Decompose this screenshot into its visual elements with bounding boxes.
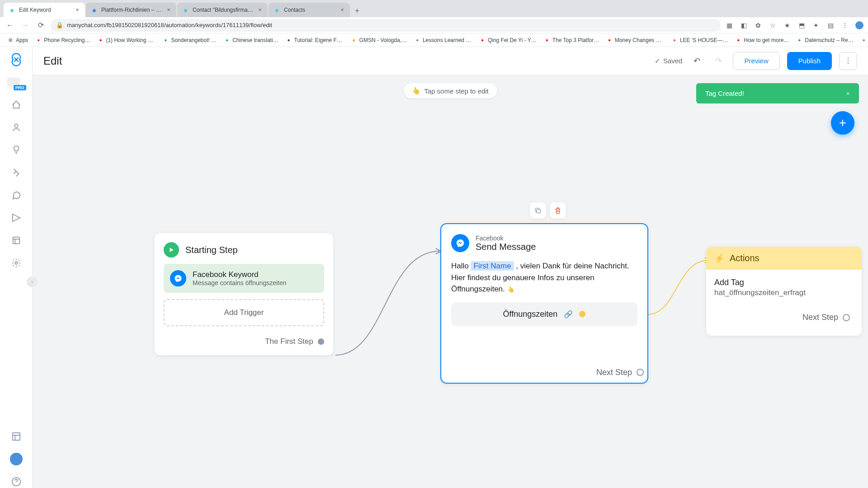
publish-button[interactable]: Publish: [787, 52, 832, 70]
app-logo[interactable]: [8, 52, 24, 68]
reload-button[interactable]: ⟳: [35, 20, 46, 31]
back-button[interactable]: ←: [5, 20, 15, 31]
tab-close-icon[interactable]: ×: [74, 7, 80, 13]
actions-card[interactable]: ⚡ Actions Add Tag hat_öffnungszeiten_erf…: [706, 247, 862, 336]
tab-close-icon[interactable]: ×: [339, 7, 345, 13]
cursor-icon: 👆: [507, 285, 514, 294]
bookmark-item[interactable]: ●Chinese translati…: [221, 35, 281, 46]
first-step-connector[interactable]: The First Step: [164, 337, 324, 346]
profile-avatar-icon[interactable]: [855, 21, 863, 29]
bookmark-item[interactable]: ●(1) How Working a…: [94, 35, 158, 46]
lock-icon: 🔒: [56, 22, 63, 28]
bookmark-label: LEE 'S HOUSE—…: [680, 37, 728, 43]
bookmark-icon: ●: [351, 37, 357, 43]
card-header: ⚡ Actions: [706, 247, 862, 270]
browser-tab[interactable]: ◉ Plattform-Richtlinien – Übersi… ×: [86, 3, 176, 17]
bookmark-item[interactable]: ●Qing Fei De Yi - Y…: [476, 35, 539, 46]
browser-tab[interactable]: ◉ Contact "Bildungsfirma" throu… ×: [177, 3, 268, 17]
ext-icon[interactable]: ⋮: [841, 21, 849, 29]
bookmark-icon: ●: [35, 37, 42, 43]
main-area: Edit ✓ Saved ↶ ↷ Preview Publish ⋮ 👆 Tap…: [33, 47, 868, 488]
bookmark-item[interactable]: ●Sonderangebot! …: [160, 35, 219, 46]
variable-pill-first-name[interactable]: First Name: [471, 261, 514, 271]
connector-dot[interactable]: [579, 311, 585, 317]
workspace-switcher[interactable]: PRO: [7, 78, 25, 89]
home-icon[interactable]: [10, 99, 23, 111]
broadcast-icon[interactable]: [10, 211, 23, 224]
flow-canvas[interactable]: 👆 Tap some step to edit Tag Created! × +…: [33, 75, 868, 488]
extensions: ▦ ◧ ✿ ☆ ★ ⬒ ✦ ▤ ⋮: [725, 21, 863, 29]
duplicate-button[interactable]: [530, 202, 546, 219]
ext-icon[interactable]: ▦: [725, 21, 733, 29]
app-root: PRO › Edit ✓ Saved ↶ ↷ Preview Publish ⋮: [0, 47, 868, 488]
next-step-connector[interactable]: Next Step: [714, 313, 854, 328]
templates-icon[interactable]: [10, 234, 23, 247]
bookmark-item[interactable]: ●Phone Recycling…: [33, 35, 93, 46]
url-input[interactable]: 🔒 manychat.com/fb198150208192061­8/autom…: [51, 19, 721, 32]
next-step-connector[interactable]: Next Step: [441, 368, 647, 383]
bookmark-item[interactable]: ●Student Wants an…: [858, 35, 868, 46]
ext-puzzle-icon[interactable]: ✦: [812, 21, 820, 29]
bookmark-icon: ●: [861, 37, 867, 43]
growth-tools-icon[interactable]: [10, 144, 23, 156]
bookmark-label: (1) How Working a…: [106, 37, 155, 43]
apps-button[interactable]: ⊞Apps: [5, 35, 31, 46]
ext-icon[interactable]: ★: [783, 21, 791, 29]
ext-icon[interactable]: ✿: [754, 21, 762, 29]
tab-close-icon[interactable]: ×: [257, 7, 263, 13]
svg-point-0: [14, 124, 18, 127]
bookmark-item[interactable]: ●The Top 3 Platfor…: [541, 35, 602, 46]
bookmark-icon: ●: [671, 37, 678, 43]
tab-close-icon[interactable]: ×: [165, 7, 172, 13]
check-icon: ✓: [655, 57, 660, 65]
next-step-label: Next Step: [596, 368, 632, 377]
starting-step-card[interactable]: Starting Step Facebook Keyword Message c…: [155, 233, 333, 355]
bookmark-item[interactable]: ●Datenschutz – Re…: [793, 35, 856, 46]
help-icon[interactable]: [10, 475, 23, 488]
bookmark-icon: ●: [606, 37, 613, 43]
bookmark-item[interactable]: ●GMSN - Vologda,…: [348, 35, 410, 46]
add-step-fab[interactable]: +: [831, 111, 854, 135]
redo-button[interactable]: ↷: [711, 54, 726, 68]
ext-icon[interactable]: ⬒: [797, 21, 806, 29]
toast-close-icon[interactable]: ×: [846, 89, 850, 97]
add-trigger-button[interactable]: Add Trigger: [164, 299, 324, 326]
browser-tab-active[interactable]: ◉ Edit Keyword ×: [4, 3, 85, 17]
browser-tab[interactable]: ◉ Contacts ×: [269, 3, 350, 17]
contacts-icon[interactable]: [10, 121, 23, 134]
undo-button[interactable]: ↶: [689, 54, 704, 68]
bookmark-icon: ●: [414, 37, 420, 43]
forward-button[interactable]: →: [20, 20, 31, 31]
url-text: manychat.com/fb198150208192061­8/automat…: [67, 22, 272, 28]
bookmark-item[interactable]: ●LEE 'S HOUSE—…: [669, 35, 731, 46]
ext-icon[interactable]: ☆: [769, 21, 777, 29]
send-message-card[interactable]: Facebook Send Message Hallo First Name ,…: [440, 223, 648, 384]
svg-rect-1: [13, 237, 19, 244]
settings-icon[interactable]: [10, 257, 23, 269]
livechat-icon[interactable]: [10, 189, 23, 202]
tab-title: Plattform-Richtlinien – Übersi…: [101, 7, 163, 13]
connector-circle[interactable]: [637, 369, 644, 376]
connector-dot[interactable]: [318, 338, 324, 345]
ext-icon[interactable]: ▤: [826, 21, 835, 29]
sidebar-expand-icon[interactable]: ›: [27, 277, 38, 287]
delete-button[interactable]: [550, 202, 566, 219]
bookmark-item[interactable]: ●Tutorial: Eigene Fa…: [283, 35, 346, 46]
bookmark-icon: ●: [796, 37, 802, 43]
ext-icon[interactable]: ◧: [740, 21, 748, 29]
trigger-item[interactable]: Facebook Keyword Message contains öffnun…: [164, 264, 324, 293]
connector-circle[interactable]: [843, 314, 850, 321]
bookmark-item[interactable]: ●Lessons Learned f…: [411, 35, 475, 46]
bookmark-item[interactable]: ●Money Changes E…: [604, 35, 667, 46]
bookmark-item[interactable]: ●How to get more…: [732, 35, 792, 46]
preview-button[interactable]: Preview: [733, 52, 779, 70]
favicon: ◉: [90, 6, 98, 14]
layout-icon[interactable]: [10, 430, 23, 443]
new-tab-button[interactable]: +: [351, 5, 363, 17]
user-avatar[interactable]: [10, 453, 23, 465]
message-text[interactable]: Hallo First Name , vielen Dank für deine…: [451, 260, 637, 295]
automation-icon[interactable]: [10, 166, 23, 179]
more-menu-button[interactable]: ⋮: [839, 52, 857, 70]
message-button[interactable]: Öffnungszeiten 🔗: [451, 302, 637, 326]
saved-label: Saved: [663, 57, 683, 65]
